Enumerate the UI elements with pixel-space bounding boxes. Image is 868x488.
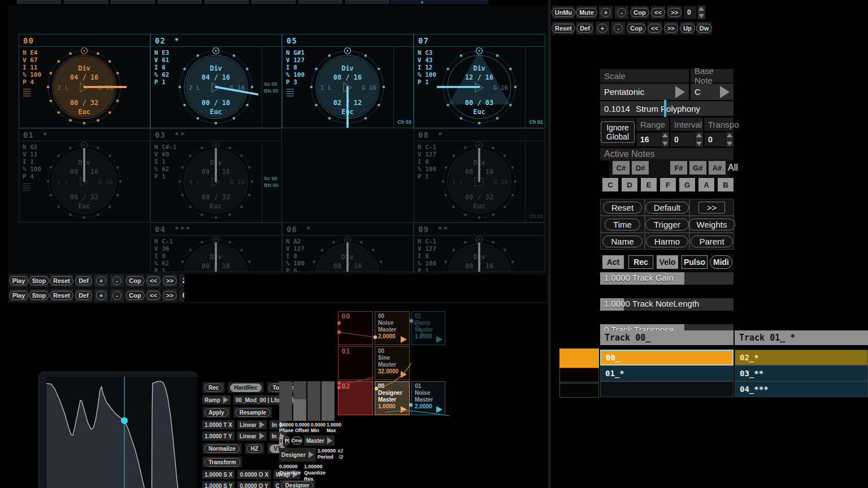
designer-open-button[interactable]: Designer [279,480,315,488]
track-select-orange[interactable] [559,348,599,368]
track-select-empty[interactable] [559,368,599,382]
model-hz[interactable]: HZ [245,443,264,454]
toolbar-row1-[interactable]: - [614,6,629,19]
one-shot-button[interactable]: One [291,437,302,445]
track-cell-01[interactable]: 01_* [600,365,734,381]
track-cell-03[interactable]: 03_** [735,365,868,381]
cell-params[interactable]: N C-1V 127I 0% 100P 1 [418,143,436,180]
note-button-ds[interactable]: D# [632,161,649,175]
model-ramp[interactable]: Ramp [202,395,231,404]
mode-button-midi[interactable]: Midi [710,255,732,269]
cell-params[interactable]: N A2V 127I 0% 100P 6 [286,238,305,272]
node-noise-01[interactable]: 01NoiseMaster2.0000 [411,381,445,415]
node-play-icon[interactable] [401,336,407,343]
designer-slider-phase[interactable] [279,381,292,421]
designer-dropdown[interactable]: Designer [279,448,316,461]
sequencer-cell-08[interactable]: 08*N C-1V 127I 0% 100P 1Ch 01Div00 / 161… [414,128,545,223]
model-rec[interactable]: Rec [202,382,225,393]
model-1-0000-s-y[interactable]: 1.0000 S Y [202,481,235,488]
transport-row1-play[interactable]: Play [9,274,28,287]
transport-row1-def[interactable]: Def [75,274,93,287]
node-designer-00[interactable]: 00DesignerMaster1.0000 [375,381,410,415]
note-button-g[interactable]: G [679,178,695,191]
top-tab[interactable] [345,0,389,4]
node-sine-00[interactable]: 00SineMaster32.0000 [375,346,410,380]
note-button-d[interactable]: D [622,178,637,191]
cell-menu-icon[interactable] [23,89,31,98]
designer-slider-min[interactable] [307,381,320,421]
model-linear[interactable]: Linear [237,420,267,429]
euclid-dial-00[interactable]: Div04 / 162 LG 1600 / 32Euc [42,46,127,128]
model-transform[interactable]: Transform [202,456,242,468]
model-resample[interactable]: Resample [233,407,272,418]
grid-button-name[interactable]: Name [600,233,645,250]
interval-spinner[interactable]: 0 [670,132,703,147]
sequencer-cell-09[interactable]: 09**N C-1V 127I 0% 100P 1Div00 / 16G 16 [414,223,545,272]
transport-row1-[interactable]: << [146,274,161,287]
model-apply[interactable]: Apply [202,407,231,418]
sequencer-cell-01[interactable]: 01*N G5V 11I 1% 100P 4Div00 / 162 LG 160… [19,128,150,223]
note-button-fs[interactable]: F# [670,161,687,175]
note-button-all[interactable]: All [726,161,740,175]
euclid-dial-07[interactable]: Div12 / 16G 1600 / 03Euc [437,46,522,128]
toolbar-row2-[interactable]: >> [663,21,679,35]
model-1-0000-s-x[interactable]: 1.0000 S X [202,470,235,479]
grid-button-reset[interactable]: Reset [600,199,645,216]
grid-button-harmo[interactable]: Harmo [645,233,689,250]
model-linear[interactable]: Linear [237,432,267,441]
period-readout[interactable]: 1.00000Period [318,448,336,461]
sequencer-cell-03[interactable]: 03**N C#-1V 69I 1% 62P 1Sc 00BN 00Div00 … [150,128,282,223]
grid-button-parent[interactable]: Parent [689,233,734,250]
transpose-spinner[interactable]: 0 [704,132,734,147]
euclid-dial-08[interactable]: Div00 / 161 LG 1600 / 32Euc [437,140,522,223]
transport-row2-[interactable]: >> [162,289,177,302]
sequencer-cell-02[interactable]: 02*N E3V 61I 6% 62P 1Sc 00BN 00Div04 / 1… [150,34,282,128]
transport-row2-[interactable]: + [94,289,108,302]
note-button-cs[interactable]: C# [613,161,630,175]
transport-row1-cop[interactable]: Cop [125,274,145,287]
quantize-res-readout[interactable]: 1.00000Quantize Res [304,464,335,477]
transport-row2-cop[interactable]: Cop [125,289,145,302]
period-mult-buttons[interactable]: x2/2 [337,448,343,461]
top-tab-active[interactable] [391,0,488,4]
master-dropdown[interactable]: Master [304,435,335,446]
retrig-button[interactable]: R [285,437,290,445]
toolbar-row2-cop[interactable]: Cop [627,21,646,35]
toolbar-row1-value[interactable]: 0 [683,6,697,19]
note-button-as[interactable]: A# [709,161,726,175]
note-button-b[interactable]: B [718,178,734,191]
cell-params[interactable]: N C-1V 36I 0% 62P 1 [154,238,173,272]
cell-params[interactable]: N E4V 67I 11% 100P 4 [23,49,41,86]
note-button-a[interactable]: A [698,178,714,191]
model-0-0000-o-x[interactable]: 0.0000 O X [237,470,271,479]
toolbar-row2-dw[interactable]: Dw [696,21,712,35]
cell-menu-icon[interactable] [23,183,31,192]
toolbar-row1-mute[interactable]: Mute [576,6,597,19]
transport-row2-def[interactable]: Def [75,289,93,302]
model-0-0000-o-y[interactable]: 0.0000 O Y [237,481,270,488]
note-button-e[interactable]: E [641,178,657,191]
toolbar-row1-[interactable]: << [650,6,666,19]
transport-row2-[interactable]: << [146,289,161,302]
transport-row1-[interactable]: + [94,274,108,287]
spin-up-icon[interactable] [698,7,704,11]
fader-1-0000-track-gain[interactable]: 1.0000 Track Gain [600,272,734,285]
sync-mode-button[interactable]: ≥ [279,437,283,445]
top-tab[interactable] [205,0,249,4]
range-spinner-arrows[interactable] [662,132,669,147]
track-cell-empty[interactable] [600,381,734,397]
transport-row2-stop[interactable]: Stop [29,289,49,302]
transport-row1-reset[interactable]: Reset [50,274,73,287]
source-box-01[interactable]: 01 [338,346,373,380]
scale-select[interactable]: Pentatonic [600,84,689,100]
top-tab[interactable] [158,0,202,4]
mode-button-act[interactable]: Act [602,255,624,269]
ignore-global-button[interactable]: Ignore Global [600,117,635,147]
node-play-icon[interactable] [436,336,442,343]
sequencer-cell-07[interactable]: 07N C3V 43I 12% 100P 1Ch 01Div12 / 16G 1… [414,34,545,128]
model-hardrec[interactable]: HardRec [228,382,263,393]
designer-slider-max[interactable] [322,381,335,421]
grid-button-[interactable]: >> [689,199,734,216]
track-select-empty[interactable] [559,383,599,398]
euclid-dial-02[interactable]: Div04 / 162 LG 1600 / 10Euc [173,46,258,128]
